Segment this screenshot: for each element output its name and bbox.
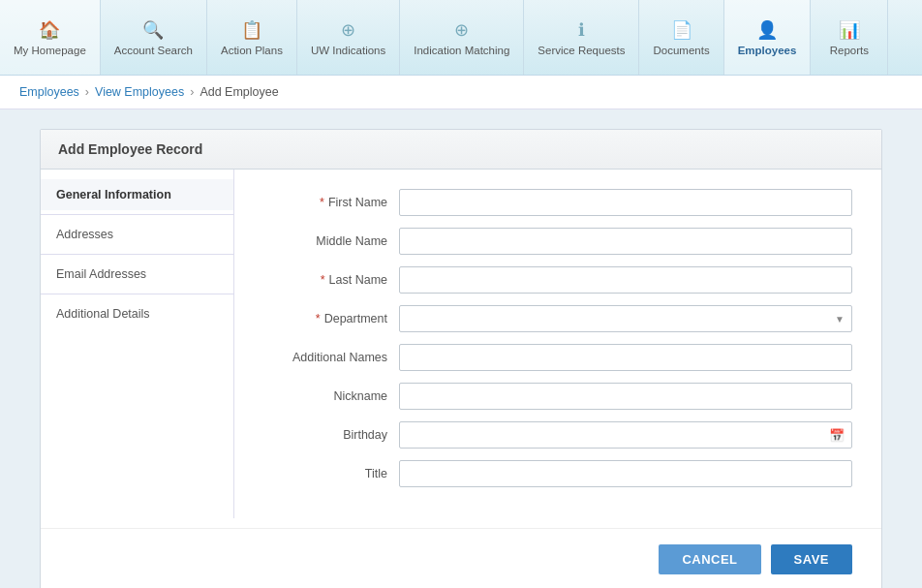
form-input-birthday[interactable]	[399, 421, 852, 449]
form-input-last-name[interactable]	[399, 266, 852, 294]
form-select-department[interactable]	[399, 305, 852, 332]
main-content: Add Employee Record General InformationA…	[0, 109, 922, 588]
nav-item-service-requests[interactable]: ℹ Service Requests	[524, 0, 639, 75]
form-label-title: Title	[263, 467, 399, 480]
form-label-additional-names: Additional Names	[263, 351, 399, 364]
sidebar-item-general-information[interactable]: General Information	[41, 179, 233, 210]
sidebar-item-email-addresses[interactable]: Email Addresses	[41, 259, 233, 290]
add-employee-card: Add Employee Record General InformationA…	[40, 129, 882, 588]
sidebar-item-addresses[interactable]: Addresses	[41, 219, 233, 250]
breadcrumb-sep: ›	[85, 85, 89, 99]
nav-label-documents: Documents	[653, 45, 709, 56]
breadcrumb-link-view-employees[interactable]: View Employees	[95, 85, 184, 99]
form-row-last-name: *Last Name	[263, 266, 852, 294]
employees-icon: 👤	[756, 19, 778, 41]
form-row-nickname: Nickname	[263, 383, 852, 410]
form-label-middle-name: Middle Name	[263, 234, 399, 248]
cancel-button[interactable]: CANCEL	[659, 544, 760, 574]
form-row-middle-name: Middle Name	[263, 228, 852, 255]
sidebar-item-additional-details[interactable]: Additional Details	[41, 298, 233, 329]
form-area: *First NameMiddle Name*Last Name*Departm…	[234, 170, 881, 518]
nav-item-indication-matching[interactable]: ⊕ Indication Matching	[400, 0, 524, 75]
nav-item-employees[interactable]: 👤 Employees	[724, 0, 812, 75]
documents-icon: 📄	[671, 19, 692, 41]
form-row-additional-names: Additional Names	[263, 344, 852, 371]
form-input-first-name[interactable]	[399, 189, 852, 216]
form-date-wrap-birthday: 📅	[399, 421, 852, 449]
form-input-middle-name[interactable]	[399, 228, 852, 255]
nav-label-action-plans: Action Plans	[221, 45, 283, 56]
nav-label-uw-indications: UW Indications	[311, 45, 385, 56]
card-title: Add Employee Record	[58, 141, 202, 157]
nav-label-employees: Employees	[738, 45, 797, 56]
sidebar-divider	[41, 294, 233, 294]
form-label-birthday: Birthday	[263, 428, 399, 442]
form-row-title: Title	[263, 460, 852, 487]
action-plans-icon: 📋	[241, 19, 262, 41]
my-homepage-icon: 🏠	[39, 19, 60, 41]
navigation-bar: 🏠 My Homepage 🔍 Account Search 📋 Action …	[0, 0, 922, 76]
card-body: General InformationAddressesEmail Addres…	[41, 170, 881, 518]
uw-indications-icon: ⊕	[341, 19, 355, 41]
nav-label-indication-matching: Indication Matching	[414, 45, 509, 56]
nav-label-account-search: Account Search	[114, 45, 193, 56]
form-label-first-name: *First Name	[263, 196, 399, 209]
nav-item-reports[interactable]: 📊 Reports	[811, 0, 888, 75]
nav-item-action-plans[interactable]: 📋 Action Plans	[207, 0, 297, 75]
form-row-department: *Department▼	[263, 305, 852, 332]
service-requests-icon: ℹ	[578, 19, 585, 41]
form-row-birthday: Birthday📅	[263, 421, 852, 449]
nav-item-my-homepage[interactable]: 🏠 My Homepage	[0, 0, 101, 75]
sidebar-divider	[41, 214, 233, 215]
save-button[interactable]: SAVE	[771, 544, 852, 574]
nav-item-uw-indications[interactable]: ⊕ UW Indications	[297, 0, 400, 75]
form-label-nickname: Nickname	[263, 389, 399, 403]
form-input-title[interactable]	[399, 460, 852, 487]
breadcrumb: Employees›View Employees›Add Employee	[0, 76, 922, 109]
form-input-additional-names[interactable]	[399, 344, 852, 371]
form-label-last-name: *Last Name	[263, 273, 399, 287]
form-input-nickname[interactable]	[399, 383, 852, 410]
breadcrumb-sep: ›	[190, 85, 194, 99]
nav-item-account-search[interactable]: 🔍 Account Search	[101, 0, 207, 75]
nav-label-service-requests: Service Requests	[538, 45, 625, 56]
sidebar-divider	[41, 254, 233, 255]
breadcrumb-current: Add Employee	[200, 85, 278, 99]
nav-item-documents[interactable]: 📄 Documents	[639, 0, 723, 75]
card-header: Add Employee Record	[41, 130, 881, 170]
form-select-wrap-department: ▼	[399, 305, 852, 332]
nav-label-reports: Reports	[830, 45, 869, 56]
form-actions: CANCEL SAVE	[41, 528, 881, 588]
form-sidebar: General InformationAddressesEmail Addres…	[41, 170, 234, 518]
reports-icon: 📊	[839, 19, 860, 41]
indication-matching-icon: ⊕	[454, 19, 469, 41]
form-label-department: *Department	[263, 312, 399, 325]
account-search-icon: 🔍	[142, 19, 164, 41]
nav-label-my-homepage: My Homepage	[14, 45, 86, 56]
breadcrumb-link-employees[interactable]: Employees	[19, 85, 79, 99]
form-row-first-name: *First Name	[263, 189, 852, 216]
